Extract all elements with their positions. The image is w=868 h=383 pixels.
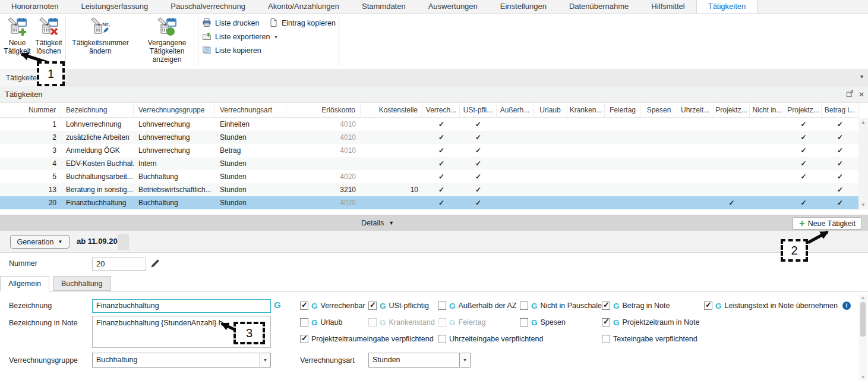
dropdown-arrow-icon[interactable]: ▼ bbox=[459, 353, 470, 367]
column-header-betrag-i[interactable]: Betrag i... bbox=[822, 103, 858, 117]
ribbon-action-liste-exportieren[interactable]: Liste exportieren▾ bbox=[202, 32, 277, 42]
column-header-ust-pfli[interactable]: USt-pfli... bbox=[460, 103, 497, 117]
ribbon-button-neue-t-tigkeit[interactable]: Neue Tätigkeit bbox=[4, 16, 31, 55]
checkbox-label: Krankenstand bbox=[389, 318, 435, 327]
ribbon-button-t-tigkeitsnummer-ndern[interactable]: Nr,Tätigkeitsnummer ändern bbox=[67, 16, 134, 55]
scroll-up-icon[interactable]: ▲ bbox=[859, 295, 867, 300]
cell-verrechnungsgruppe: Lohnverrechung bbox=[134, 144, 215, 157]
column-header-verrech[interactable]: Verrech... bbox=[423, 103, 460, 117]
annotation-2-number: 2 bbox=[791, 244, 797, 258]
column-header-kranken[interactable]: Kranken... bbox=[567, 103, 605, 117]
details-toggle[interactable]: Details ▼ bbox=[361, 215, 394, 231]
verrechnungsgruppe-value: Buchhaltung bbox=[96, 353, 138, 367]
menu-tab-t-tigkeiten[interactable]: Tätigkeiten bbox=[696, 0, 758, 13]
ribbon-button-t-tigkeit-l-schen[interactable]: Tätigkeit löschen bbox=[32, 16, 65, 55]
generation-flag-g: G bbox=[531, 318, 538, 327]
column-header-spesen[interactable]: Spesen bbox=[641, 103, 677, 117]
menu-tab-einstellungen[interactable]: Einstellungen bbox=[489, 0, 558, 13]
ribbon-button-label: Neue Tätigkeit bbox=[4, 39, 31, 55]
new-activity-button[interactable]: + Neue Tätigkeit bbox=[793, 217, 862, 230]
checkbox-projektzeitraum-in-note[interactable]: ✓GProjektzeitraum in Note bbox=[602, 318, 699, 327]
form-tab-buchhaltung[interactable]: Buchhaltung bbox=[53, 276, 111, 291]
scroll-up-icon[interactable]: ▲ bbox=[858, 120, 868, 125]
edit-pencil-icon[interactable] bbox=[150, 259, 160, 271]
checkbox-krankenstand[interactable]: GKrankenstand bbox=[368, 318, 435, 327]
checkbox-feiertag[interactable]: GFeiertag bbox=[438, 318, 485, 327]
checkbox-au-erhalb-der-az[interactable]: GAußerhalb der AZ bbox=[438, 301, 516, 310]
cell-check-ust-pfli: ✓ bbox=[460, 157, 497, 170]
table-row[interactable]: 20FinanzbuchhaltungBuchhaltungStunden402… bbox=[0, 196, 858, 209]
column-header-uhrzeit[interactable]: Uhrzeit... bbox=[677, 103, 714, 117]
menu-tab-honorarnoten[interactable]: Honorarnoten bbox=[0, 0, 70, 13]
checked-checkbox-icon: ✓ bbox=[704, 302, 712, 310]
checkbox-texteingabe-verpflichtend[interactable]: Texteingabe verpflichtend bbox=[602, 334, 697, 344]
table-row[interactable]: 2zusätzliche ArbeitenLohnverrechungStund… bbox=[0, 131, 858, 144]
generation-dropdown[interactable]: Generation ▼ bbox=[10, 235, 70, 249]
ribbon-button-vergangene-t-tigkeiten-anzeigen[interactable]: Vergangene Tätigkeiten anzeigen bbox=[137, 16, 197, 64]
table-row[interactable]: 4EDV-Kosten Buchhal...InternStunden✓✓✓✓ bbox=[0, 157, 858, 170]
column-header-verrechnungsart[interactable]: Verrechnungsart bbox=[215, 103, 286, 117]
column-header-nummer[interactable]: Nummer bbox=[0, 103, 61, 117]
column-header-urlaub[interactable]: Urlaub bbox=[534, 103, 567, 117]
unchecked-checkbox-icon bbox=[602, 335, 610, 343]
column-header-bezeichnung[interactable]: Bezeichnung bbox=[61, 103, 134, 117]
checkbox-ust-pflichtig[interactable]: ✓GUSt-pflichtig bbox=[368, 301, 429, 310]
verrechnungsart-select[interactable]: Stunden ▼ bbox=[368, 353, 471, 368]
ribbon-action-liste-drucken[interactable]: Liste drucken bbox=[202, 18, 259, 29]
table-scrollbar[interactable]: ▲ ▼ bbox=[858, 118, 868, 209]
checkbox-uhrzeiteingabe-verpflichtend[interactable]: Uhrzeiteingabe verpflichtend bbox=[438, 334, 543, 344]
checkbox-projektzeitraumeingabe-verpflichtend[interactable]: ✓Projektzeitraumeingabe verpflichtend bbox=[300, 334, 434, 344]
menu-tab-pauschalverrechnung[interactable]: Pauschalverrechnung bbox=[159, 0, 257, 13]
checkbox-nicht-in-pauschale[interactable]: GNicht in Pauschale bbox=[520, 301, 602, 310]
column-header-projektz[interactable]: Projektz... bbox=[714, 103, 750, 117]
table-row[interactable]: 13Beratung in sonstig...Betriebswirtscha… bbox=[0, 183, 858, 196]
table-row[interactable]: 3Anmeldung ÖGKLohnverrechungBetrag4010✓✓… bbox=[0, 144, 858, 157]
checked-checkbox-icon: ✓ bbox=[300, 335, 308, 343]
scroll-down-icon[interactable]: ▼ bbox=[858, 202, 868, 208]
unchecked-checkbox-icon bbox=[520, 318, 528, 327]
column-header-kostenstelle[interactable]: Kostenstelle bbox=[361, 103, 423, 117]
checkbox-urlaub[interactable]: GUrlaub bbox=[300, 318, 342, 327]
checkbox-betrag-in-note[interactable]: ✓GBetrag in Note bbox=[602, 301, 670, 310]
menu-tab-leistungserfassung[interactable]: Leistungserfassung bbox=[70, 0, 160, 13]
menu-tab-auswertungen[interactable]: Auswertungen bbox=[417, 0, 489, 13]
checkbox-leistungstext-in-note-bernehmen[interactable]: ✓GLeistungstext in Note übernehmeni bbox=[704, 301, 851, 310]
column-header-verrechnungsgruppe[interactable]: Verrechnungsgruppe bbox=[134, 103, 215, 117]
menu-tab-stammdaten[interactable]: Stammdaten bbox=[351, 0, 417, 13]
form-tab-allgemein[interactable]: Allgemein bbox=[0, 276, 49, 291]
verrechnungsgruppe-select[interactable]: Buchhaltung ▼ bbox=[92, 353, 271, 368]
checkbox-verrechenbar[interactable]: ✓GVerrechenbar bbox=[300, 301, 365, 310]
info-icon[interactable]: i bbox=[842, 302, 851, 310]
scroll-down-icon[interactable]: ▼ bbox=[859, 375, 867, 380]
menu-tab-hilfsmittel[interactable]: Hilfsmittel bbox=[640, 0, 696, 13]
cell-check-projektz: ✓ bbox=[785, 157, 822, 170]
popout-icon[interactable] bbox=[846, 87, 854, 103]
ribbon-action-eintrag-kopieren[interactable]: Eintrag kopieren bbox=[269, 18, 336, 29]
ribbon-action-liste-kopieren[interactable]: Liste kopieren bbox=[202, 45, 261, 56]
column-header-au-erh[interactable]: Außerh... bbox=[497, 103, 534, 117]
bezeichnung-input[interactable]: Finanzbuchhaltung bbox=[92, 299, 271, 313]
cell-check-verrech: ✓ bbox=[423, 118, 460, 131]
generation-flag-g: G bbox=[531, 302, 538, 310]
column-header-projektz[interactable]: Projektz... bbox=[785, 103, 822, 117]
dropdown-arrow-icon[interactable]: ▼ bbox=[260, 353, 270, 367]
cell-erl-skonto: 4010 bbox=[286, 131, 361, 144]
generation-flag-g: G bbox=[715, 302, 722, 310]
cell-erl-skonto: 4010 bbox=[286, 144, 361, 157]
checkbox-spesen[interactable]: GSpesen bbox=[520, 318, 566, 327]
scrollbar-thumb[interactable] bbox=[860, 302, 866, 337]
menu-tab-akonto-anzahlungen[interactable]: Akonto/Anzahlungen bbox=[257, 0, 351, 13]
verrechnungsgruppe-label: Verrechnungsgruppe bbox=[9, 356, 78, 365]
table-row[interactable]: 1LohnverrechnungLohnverrechungEinheiten4… bbox=[0, 118, 858, 131]
cell-check-verrech: ✓ bbox=[423, 170, 460, 183]
close-icon[interactable]: ✕ bbox=[858, 91, 864, 98]
column-header-feiertag[interactable]: Feiertag bbox=[605, 103, 641, 117]
column-header-erl-skonto[interactable]: Erlöskonto bbox=[286, 103, 361, 117]
menu-tab-daten-bernahme[interactable]: Datenübernahme bbox=[558, 0, 640, 13]
nummer-input[interactable]: 20 bbox=[92, 258, 146, 271]
tab-list-dropdown-icon[interactable]: ▾ bbox=[860, 73, 863, 80]
cell-check-nicht-in bbox=[750, 196, 785, 209]
column-header-nicht-in[interactable]: Nicht in... bbox=[750, 103, 785, 117]
table-row[interactable]: 5Buchhaltungsarbeit...BuchhaltungStunden… bbox=[0, 170, 858, 183]
form-scrollbar[interactable]: ▲ ▼ bbox=[859, 295, 867, 380]
